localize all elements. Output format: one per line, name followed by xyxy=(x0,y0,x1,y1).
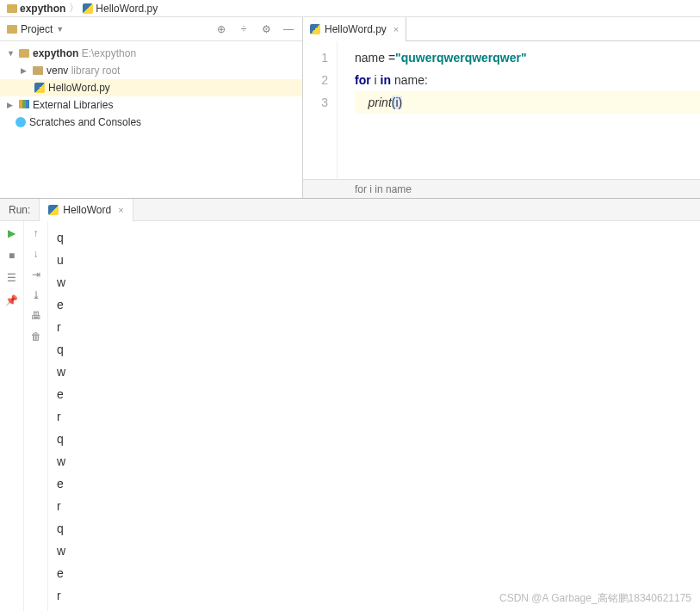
run-label: Run: xyxy=(0,204,39,216)
tree-external-label: External Libraries xyxy=(33,99,113,111)
python-file-icon xyxy=(83,3,93,14)
output-line: q xyxy=(57,428,691,450)
project-tool-window: Project ▼ ⊕ ÷ ⚙ — ▼ expython E:\expython… xyxy=(0,17,303,198)
tree-venv-suffix: library root xyxy=(71,65,121,77)
select-opened-file-icon[interactable]: ⊕ xyxy=(214,23,228,35)
editor-breadcrumb-status: for i in name xyxy=(303,179,700,198)
chevron-right-icon: 〉 xyxy=(69,1,79,15)
tree-venv[interactable]: ▶ venv library root xyxy=(0,62,302,79)
output-line: q xyxy=(57,338,691,361)
editor-tabs: HelloWord.py × xyxy=(303,17,700,41)
editor-status-text: for i in name xyxy=(355,183,412,195)
tree-root-name: expython xyxy=(33,47,78,59)
folder-icon xyxy=(19,49,29,58)
folder-icon xyxy=(33,66,43,75)
run-header: Run: HelloWord × xyxy=(0,199,700,221)
expand-all-icon[interactable]: ÷ xyxy=(237,23,251,35)
output-line: w xyxy=(57,450,691,472)
down-icon[interactable]: ↓ xyxy=(29,247,43,261)
breadcrumb-project[interactable]: expython xyxy=(7,3,65,15)
output-line: q xyxy=(57,226,691,249)
output-line: w xyxy=(57,361,691,383)
breadcrumb: expython 〉 HelloWord.py xyxy=(0,0,700,17)
close-icon[interactable]: × xyxy=(393,24,399,34)
tree-external-libraries[interactable]: ▶ External Libraries xyxy=(0,96,302,114)
hide-icon[interactable]: — xyxy=(282,23,295,35)
editor-tab-helloword[interactable]: HelloWord.py × xyxy=(303,17,406,41)
run-tools-secondary: ↑ ↓ ⇥ ⤓ 🖶 🗑 xyxy=(24,221,48,611)
output-line: r xyxy=(57,495,691,517)
run-tab[interactable]: HelloWord × xyxy=(39,199,133,221)
tree-file-helloword[interactable]: HelloWord.py xyxy=(0,79,302,96)
folder-icon xyxy=(7,4,17,13)
output-line: q xyxy=(57,517,691,540)
chevron-right-icon: ▶ xyxy=(7,101,15,109)
output-line: e xyxy=(57,562,691,584)
breadcrumb-file-label: HelloWord.py xyxy=(96,3,158,15)
pin-icon[interactable]: 📌 xyxy=(5,293,19,307)
tree-root-path: E:\expython xyxy=(82,47,136,59)
output-line: e xyxy=(57,383,691,405)
print-icon[interactable]: 🖶 xyxy=(29,309,43,323)
code-editor[interactable]: 1 2 3 name ="quwerqwerqwerqwer" for i in… xyxy=(303,41,700,179)
code-line-3: print(i) xyxy=(355,91,700,114)
python-file-icon xyxy=(310,24,320,34)
tree-venv-name: venv xyxy=(46,65,68,77)
output-line: w xyxy=(57,540,691,562)
run-output[interactable]: quwerqwerqwerqwer xyxy=(48,221,700,611)
output-line: u xyxy=(57,249,691,271)
line-number: 2 xyxy=(303,69,328,91)
run-tab-label: HelloWord xyxy=(63,204,111,216)
breadcrumb-file[interactable]: HelloWord.py xyxy=(83,3,158,15)
folder-icon xyxy=(7,25,17,34)
project-header: Project ▼ ⊕ ÷ ⚙ — xyxy=(0,17,302,41)
delete-icon[interactable]: 🗑 xyxy=(29,330,43,343)
scratches-icon xyxy=(15,117,26,127)
line-number: 3 xyxy=(303,91,328,114)
project-tree[interactable]: ▼ expython E:\expython ▶ venv library ro… xyxy=(0,41,302,134)
tree-scratches[interactable]: Scratches and Consoles xyxy=(0,114,302,131)
stop-icon[interactable]: ■ xyxy=(5,249,19,262)
editor-tab-label: HelloWord.py xyxy=(325,23,387,35)
chevron-down-icon: ▼ xyxy=(56,25,64,34)
scroll-to-end-icon[interactable]: ⤓ xyxy=(29,288,43,302)
libraries-icon xyxy=(19,100,29,110)
up-icon[interactable]: ↑ xyxy=(29,226,43,240)
code-line-2: for i in name: xyxy=(355,69,700,91)
rerun-icon[interactable]: ▶ xyxy=(5,226,19,240)
output-line: e xyxy=(57,293,691,316)
output-line: r xyxy=(57,405,691,428)
run-tools-primary: ▶ ■ ☰ 📌 xyxy=(0,221,24,611)
project-title: Project xyxy=(21,23,53,35)
breadcrumb-project-label: expython xyxy=(20,3,65,15)
layout-icon[interactable]: ☰ xyxy=(5,271,19,285)
python-file-icon xyxy=(34,83,45,93)
tree-file-label: HelloWord.py xyxy=(48,82,110,94)
project-view-selector[interactable]: Project ▼ xyxy=(7,23,64,35)
editor-panel: HelloWord.py × 1 2 3 name ="quwerqwerqwe… xyxy=(303,17,700,198)
output-line: e xyxy=(57,472,691,495)
gear-icon[interactable]: ⚙ xyxy=(259,23,273,35)
code-area[interactable]: name ="quwerqwerqwerqwer" for i in name:… xyxy=(338,41,700,179)
python-file-icon xyxy=(48,205,59,215)
code-line-1: name ="quwerqwerqwerqwer" xyxy=(355,46,700,69)
soft-wrap-icon[interactable]: ⇥ xyxy=(29,268,43,281)
line-number: 1 xyxy=(303,46,328,69)
chevron-down-icon: ▼ xyxy=(7,49,15,58)
tree-scratches-label: Scratches and Consoles xyxy=(29,116,141,128)
output-line: r xyxy=(57,584,691,607)
output-line: r xyxy=(57,316,691,338)
gutter: 1 2 3 xyxy=(303,41,338,179)
output-line: w xyxy=(57,271,691,293)
run-tool-window: Run: HelloWord × ▶ ■ ☰ 📌 ↑ ↓ ⇥ ⤓ 🖶 🗑 quw… xyxy=(0,198,700,609)
tree-root[interactable]: ▼ expython E:\expython xyxy=(0,45,302,62)
close-icon[interactable]: × xyxy=(118,205,123,215)
chevron-right-icon: ▶ xyxy=(21,66,29,75)
